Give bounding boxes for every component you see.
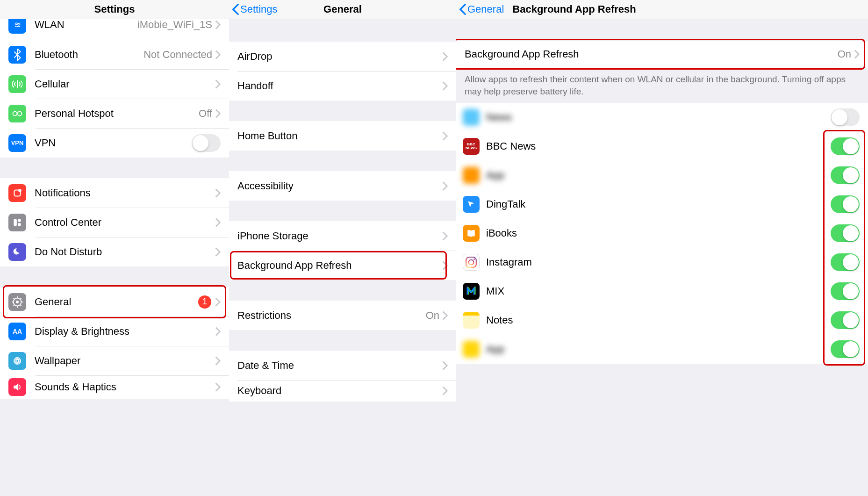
group-separator	[229, 330, 456, 351]
general-content: AirDrop Handoff Home Button Accessibilit…	[229, 19, 456, 496]
row-label: Cellular	[35, 78, 215, 90]
row-bluetooth[interactable]: Bluetooth Not Connected	[0, 40, 229, 69]
row-label: Notifications	[35, 187, 215, 199]
row-value: On	[838, 48, 851, 60]
row-label: VPN	[35, 137, 192, 149]
row-general[interactable]: General 1	[0, 287, 229, 316]
row-controlcenter[interactable]: Control Center	[0, 208, 229, 237]
app-row[interactable]: App	[456, 161, 868, 190]
row-wallpaper[interactable]: Wallpaper	[0, 346, 229, 375]
vpn-toggle[interactable]	[192, 134, 221, 152]
row-wlan[interactable]: ≋ WLAN iMobie_WiFi_1S	[0, 19, 229, 39]
wlan-icon: ≋	[8, 19, 26, 34]
app-label: App	[486, 169, 831, 181]
group-separator	[229, 151, 456, 171]
app-list: NewsBBCNEWSBBC NewsAppDingTalkiBooksInst…	[456, 103, 868, 364]
back-button[interactable]: General	[456, 3, 504, 15]
chevron-right-icon	[442, 386, 448, 395]
chevron-right-icon	[215, 109, 221, 118]
chevron-right-icon	[442, 261, 448, 270]
app-row[interactable]: News	[456, 103, 868, 132]
row-homebutton[interactable]: Home Button	[229, 121, 456, 151]
app-toggle[interactable]	[831, 224, 860, 242]
app-toggle[interactable]	[831, 311, 860, 329]
row-iphonestorage[interactable]: iPhone Storage	[229, 221, 456, 251]
group-separator	[229, 201, 456, 221]
svg-point-23	[469, 260, 474, 265]
group-separator	[229, 19, 456, 42]
row-label: Sounds & Haptics	[35, 381, 215, 393]
chevron-right-icon	[442, 52, 448, 61]
group-separator	[0, 158, 229, 178]
row-label: Accessibility	[237, 180, 442, 192]
row-value: On	[426, 309, 439, 322]
dnd-icon	[8, 243, 26, 261]
app-icon	[463, 341, 480, 358]
row-label: Home Button	[237, 130, 442, 142]
bgrefresh-content: Background App Refresh On Allow apps to …	[456, 19, 868, 496]
chevron-right-icon	[442, 81, 448, 91]
app-toggle[interactable]	[831, 108, 860, 126]
controlcenter-icon	[8, 214, 26, 231]
notifications-icon	[8, 184, 26, 202]
app-toggle[interactable]	[831, 340, 860, 358]
back-button[interactable]: Settings	[229, 3, 278, 15]
row-handoff[interactable]: Handoff	[229, 71, 456, 101]
row-label: Control Center	[35, 216, 215, 229]
app-row[interactable]: App	[456, 335, 868, 364]
chevron-right-icon	[442, 131, 448, 141]
app-row[interactable]: MIX	[456, 277, 868, 306]
app-icon	[463, 225, 480, 242]
row-label: General	[35, 296, 198, 308]
app-icon: BBCNEWS	[463, 138, 480, 155]
row-bgrefresh-master[interactable]: Background App Refresh On	[456, 41, 868, 68]
app-label: DingTalk	[486, 198, 831, 210]
row-datetime[interactable]: Date & Time	[229, 351, 456, 380]
app-row[interactable]: Instagram	[456, 248, 868, 277]
app-label: iBooks	[486, 227, 831, 239]
back-label: Settings	[240, 3, 278, 15]
app-row[interactable]: Notes	[456, 306, 868, 335]
app-toggle[interactable]	[831, 253, 860, 271]
app-toggle[interactable]	[831, 282, 860, 300]
gear-icon	[8, 293, 26, 311]
app-toggle[interactable]	[831, 137, 860, 155]
row-label: Background App Refresh	[237, 259, 442, 272]
chevron-right-icon	[854, 50, 860, 59]
app-toggle[interactable]	[831, 195, 860, 213]
row-label: Personal Hotspot	[35, 108, 199, 120]
row-bgapprefresh[interactable]: Background App Refresh	[229, 251, 456, 280]
row-notifications[interactable]: Notifications	[0, 178, 229, 208]
row-vpn[interactable]: VPN VPN	[0, 128, 229, 158]
app-icon	[463, 254, 480, 271]
row-dnd[interactable]: Do Not Disturb	[0, 237, 229, 266]
section-footer: Allow apps to refresh their content when…	[456, 68, 868, 103]
app-toggle[interactable]	[831, 166, 860, 184]
sounds-icon	[8, 378, 26, 396]
row-label: iPhone Storage	[237, 230, 442, 242]
app-row[interactable]: iBooks	[456, 219, 868, 248]
app-icon	[463, 312, 480, 329]
row-cellular[interactable]: Cellular	[0, 69, 229, 99]
row-label: WLAN	[35, 19, 137, 31]
svg-line-15	[14, 305, 14, 306]
row-keyboard[interactable]: Keyboard	[229, 380, 456, 402]
row-label: Bluetooth	[35, 49, 143, 61]
general-pane: Settings General AirDrop Handoff Home Bu…	[229, 0, 456, 496]
row-hotspot[interactable]: Personal Hotspot Off	[0, 99, 229, 128]
row-restrictions[interactable]: Restrictions On	[229, 301, 456, 330]
group-separator	[229, 280, 456, 301]
row-display[interactable]: AA Display & Brightness	[0, 316, 229, 346]
app-label: MIX	[486, 285, 831, 297]
group-separator	[229, 101, 456, 121]
row-label: Handoff	[237, 80, 442, 92]
row-accessibility[interactable]: Accessibility	[229, 171, 456, 201]
app-row[interactable]: BBCNEWSBBC News	[456, 132, 868, 161]
app-row[interactable]: DingTalk	[456, 190, 868, 219]
row-label: Display & Brightness	[35, 325, 215, 338]
row-sounds[interactable]: Sounds & Haptics	[0, 375, 229, 399]
settings-group-alerts: Notifications Control Center Do Not Dist…	[0, 178, 229, 266]
chevron-right-icon	[215, 20, 221, 29]
row-airdrop[interactable]: AirDrop	[229, 42, 456, 71]
chevron-right-icon	[442, 311, 448, 320]
